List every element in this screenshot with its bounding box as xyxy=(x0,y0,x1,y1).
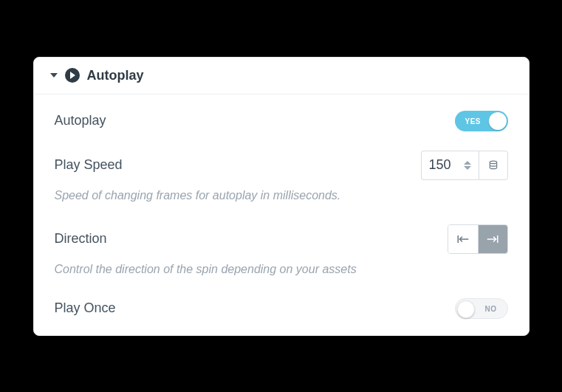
toggle-autoplay-text: YES xyxy=(465,117,482,125)
help-play-speed: Speed of changing frames for autoplay in… xyxy=(55,186,508,211)
play-circle-icon xyxy=(65,68,80,83)
arrow-left-bar-icon xyxy=(456,234,470,244)
help-direction: Control the direction of the spin depend… xyxy=(55,260,508,285)
row-play-once: Play Once NO xyxy=(55,285,508,319)
direction-segmented xyxy=(448,224,508,254)
play-speed-input[interactable]: 150 xyxy=(421,151,479,180)
row-autoplay: Autoplay YES xyxy=(55,97,508,137)
label-direction: Direction xyxy=(55,231,107,247)
arrow-right-bar-icon xyxy=(486,234,499,244)
svg-point-0 xyxy=(490,161,496,164)
section-body: Autoplay YES Play Speed 150 xyxy=(34,94,529,335)
play-speed-value: 150 xyxy=(429,157,461,173)
direction-left-button[interactable] xyxy=(448,225,478,253)
toggle-play-once[interactable]: NO xyxy=(455,298,508,319)
play-speed-control: 150 xyxy=(421,151,508,180)
toggle-autoplay[interactable]: YES xyxy=(455,111,508,131)
stepper-down-icon[interactable] xyxy=(464,166,471,170)
label-play-speed: Play Speed xyxy=(55,157,123,173)
database-icon xyxy=(488,160,498,171)
toggle-play-once-text: NO xyxy=(485,304,497,312)
stepper-buttons xyxy=(461,161,474,170)
autoplay-settings-panel: Autoplay Autoplay YES Play Speed 150 xyxy=(33,57,530,336)
dynamic-value-button[interactable] xyxy=(479,151,508,180)
toggle-knob xyxy=(489,112,507,130)
label-play-once: Play Once xyxy=(55,300,116,316)
section-header-autoplay[interactable]: Autoplay xyxy=(34,58,529,94)
direction-right-button[interactable] xyxy=(478,225,507,253)
section-title: Autoplay xyxy=(87,68,144,83)
row-play-speed: Play Speed 150 xyxy=(55,137,508,186)
toggle-knob xyxy=(457,300,475,318)
label-autoplay: Autoplay xyxy=(55,113,106,128)
row-direction: Direction xyxy=(55,211,508,260)
stepper-up-icon[interactable] xyxy=(464,161,471,165)
chevron-down-icon xyxy=(50,73,58,78)
